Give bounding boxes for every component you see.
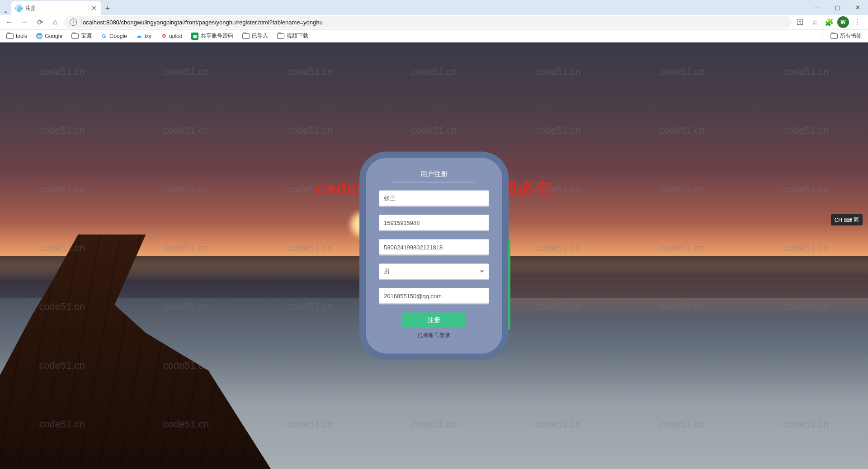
forward-button[interactable]: → (18, 16, 31, 28)
folder-icon (6, 33, 14, 39)
window-controls: — ▢ ✕ (807, 0, 868, 15)
gender-select[interactable]: 男 (379, 264, 489, 279)
chevron-down-icon (480, 270, 484, 272)
minimize-button[interactable]: — (807, 0, 827, 15)
tab-title: 注册 (25, 5, 89, 12)
bookmark-baozang[interactable]: 宝藏 (68, 30, 95, 42)
folder-icon (71, 33, 79, 39)
google-g-icon: G (101, 33, 107, 39)
close-tab-icon[interactable]: ✕ (91, 5, 97, 12)
bookmark-imported[interactable]: 已导入 (239, 30, 272, 42)
phone-input[interactable] (379, 215, 489, 230)
new-tab-button[interactable]: + (101, 2, 114, 15)
sheets-icon: ▦ (191, 33, 198, 40)
ime-lang: CH (835, 217, 842, 223)
maximize-button[interactable]: ▢ (827, 0, 848, 15)
menu-icon[interactable]: ⋮ (851, 16, 863, 28)
register-card: 用户注册 男 注册 已有账号登录 (359, 152, 509, 360)
bookmark-uplod[interactable]: ✿uplod (157, 31, 186, 41)
site-info-icon[interactable]: i (70, 19, 77, 26)
ime-mode-icon: ⌨ (844, 217, 852, 223)
tab-strip: ⌄ 🌐 注册 ✕ + — ▢ ✕ (0, 0, 868, 15)
folder-icon (277, 33, 284, 39)
bookmark-google-1[interactable]: 🌐Google (33, 31, 66, 41)
close-window-button[interactable]: ✕ (848, 0, 868, 15)
name-input[interactable] (379, 191, 489, 206)
idcard-input[interactable] (379, 239, 489, 255)
ime-indicator[interactable]: CH ⌨ 简 (831, 214, 863, 225)
globe-icon: 🌐 (15, 5, 23, 12)
email-input[interactable] (379, 288, 489, 304)
all-bookmarks-button[interactable]: 所有书签 (827, 30, 865, 42)
url-text: localhost:8080/chongwulingyangpingtai/fr… (81, 19, 323, 26)
bookmark-txy[interactable]: ☁txy (132, 31, 155, 41)
cloud-icon: ☁ (136, 33, 142, 39)
tab-search-icon[interactable]: ⌄ (0, 4, 11, 15)
page-viewport: code51.cncode51.cncode51.cncode51.cncode… (0, 42, 868, 469)
scrollbar-thumb[interactable] (508, 239, 510, 330)
bookmark-tools[interactable]: tools (3, 31, 31, 41)
reload-button[interactable]: ⟳ (33, 16, 46, 28)
bookmarks-bar: tools 🌐Google 宝藏 GGoogle ☁txy ✿uplod ▦共享… (0, 30, 868, 42)
extensions-icon[interactable]: 🧩 (823, 16, 835, 28)
globe-icon: 🌐 (36, 33, 42, 39)
password-key-icon[interactable]: ⚿ (794, 16, 807, 28)
login-link[interactable]: 已有账号登录 (379, 332, 489, 339)
upload-icon: ✿ (160, 33, 167, 39)
form-title: 用户注册 (393, 170, 475, 183)
gender-value: 男 (384, 267, 390, 276)
bookmark-video-dl[interactable]: 视频下载 (274, 30, 312, 42)
home-button[interactable]: ⌂ (49, 16, 61, 28)
register-button[interactable]: 注册 (402, 313, 466, 328)
address-bar: ← → ⟳ ⌂ i localhost:8080/chongwulingyang… (0, 15, 868, 30)
browser-tab[interactable]: 🌐 注册 ✕ (11, 1, 101, 15)
folder-icon (242, 33, 250, 39)
back-button[interactable]: ← (3, 16, 15, 28)
folder-icon (830, 33, 838, 39)
ime-mode: 简 (854, 216, 859, 224)
bookmark-star-icon[interactable]: ☆ (808, 16, 821, 28)
bookmark-google-2[interactable]: GGoogle (97, 31, 131, 41)
profile-avatar[interactable]: W (837, 16, 849, 28)
url-input[interactable]: i localhost:8080/chongwulingyangpingtai/… (64, 16, 791, 28)
bookmark-share-pwd[interactable]: ▦共享账号密码 (188, 30, 237, 42)
